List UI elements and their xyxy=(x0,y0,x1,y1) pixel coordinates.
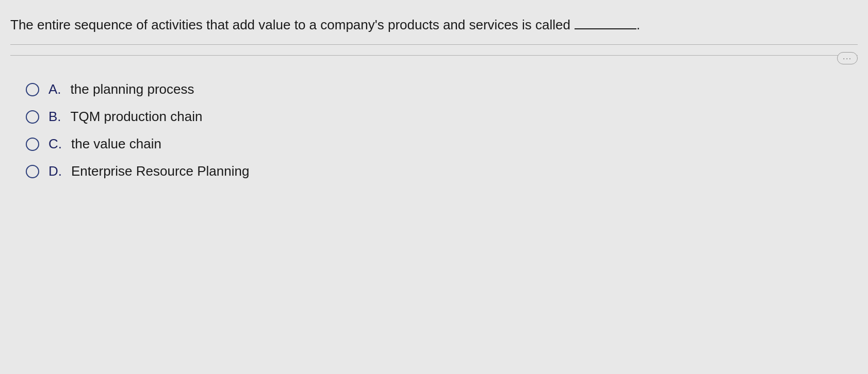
more-options-button[interactable]: ··· xyxy=(837,52,858,64)
more-button-container: ··· xyxy=(837,52,858,64)
option-item-d[interactable]: D. Enterprise Resource Planning xyxy=(26,163,858,179)
option-radio-b[interactable] xyxy=(26,110,39,124)
question-main-text: The entire sequence of activities that a… xyxy=(10,17,570,32)
option-label-c: C. xyxy=(48,136,62,152)
option-text-a: the planning process xyxy=(71,81,194,97)
option-radio-c[interactable] xyxy=(26,138,39,151)
option-radio-a[interactable] xyxy=(26,83,39,96)
option-text-c: the value chain xyxy=(71,136,161,152)
options-container: A. the planning process B. TQM productio… xyxy=(10,81,858,179)
option-text-d: Enterprise Resource Planning xyxy=(71,163,249,179)
option-label-d: D. xyxy=(48,163,62,179)
page-container: The entire sequence of activities that a… xyxy=(0,0,868,374)
option-label-a: A. xyxy=(48,81,61,97)
option-label-b: B. xyxy=(48,109,61,125)
question-text: The entire sequence of activities that a… xyxy=(10,15,858,45)
option-item-b[interactable]: B. TQM production chain xyxy=(26,109,858,125)
option-item-c[interactable]: C. the value chain xyxy=(26,136,858,152)
option-text-b: TQM production chain xyxy=(71,109,203,125)
option-item-a[interactable]: A. the planning process xyxy=(26,81,858,97)
option-radio-d[interactable] xyxy=(26,165,39,178)
question-blank xyxy=(575,28,636,29)
